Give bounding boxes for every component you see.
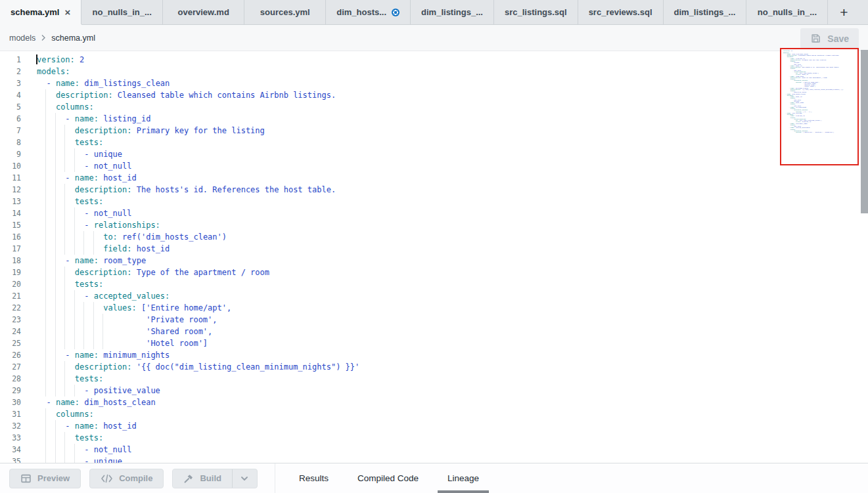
minimap-line: values: ['positive', 'neutral', 'negativ… (783, 131, 859, 133)
save-floppy-icon (810, 33, 821, 44)
code-icon (101, 474, 113, 483)
file-tab-dim-hosts[interactable]: dim_hosts... (326, 0, 411, 24)
line-number: 22 (0, 302, 21, 314)
code-line-text[interactable]: description: Type of the apartment / roo… (37, 267, 868, 278)
yaml-key: description: (56, 91, 113, 100)
code-line-text[interactable]: - not_null (37, 444, 868, 456)
code-line-text[interactable]: 'Private room', (37, 314, 868, 326)
yaml-value: - (37, 114, 75, 123)
code-line-text[interactable]: version: 2 (37, 54, 868, 66)
file-tab-dim-listings[interactable]: dim_listings_... (664, 0, 747, 24)
line-number: 20 (0, 278, 21, 290)
yaml-value (37, 185, 75, 194)
line-number: 24 (0, 326, 21, 337)
yaml-value: 2 (75, 55, 84, 64)
editor-minimap[interactable]: version: 2models: - name: dim_listings_c… (780, 48, 859, 165)
file-tab-schema-yml[interactable]: schema.yml× (0, 0, 81, 24)
file-tab-src-listings-sql[interactable]: src_listings.sql (494, 0, 578, 24)
build-button-label: Build (200, 473, 221, 483)
preview-button[interactable]: Preview (9, 469, 81, 488)
compile-button[interactable]: Compile (89, 469, 164, 488)
code-line-text[interactable]: tests: (37, 432, 868, 444)
code-line-text[interactable]: tests: (37, 373, 868, 385)
code-line-text[interactable]: - name: host_id (37, 172, 868, 184)
file-tab-no-nulls-in[interactable]: no_nulls_in_... (746, 0, 828, 24)
file-tab-overview-md[interactable]: overview.md (163, 0, 244, 24)
code-line-text[interactable]: - name: room_type (37, 255, 868, 267)
code-line-text[interactable]: to: ref('dim_hosts_clean') (37, 231, 868, 243)
code-line-text[interactable]: description: Primary key for the listing (37, 125, 868, 137)
code-line-text[interactable]: - relationships: (37, 219, 868, 231)
code-line-text[interactable]: tests: (37, 196, 868, 207)
code-line-text[interactable]: 'Hotel room'] (37, 337, 868, 349)
unsaved-indicator-icon (392, 9, 400, 16)
code-line-text[interactable]: - not_null (37, 207, 868, 219)
code-line-text[interactable]: tests: (37, 137, 868, 148)
file-tab-dim-listings[interactable]: dim_listings_... (411, 0, 494, 24)
code-line: 5 columns: (0, 101, 868, 113)
close-icon[interactable]: × (64, 7, 70, 17)
new-tab-button[interactable]: + (828, 0, 859, 24)
code-line-text[interactable]: - positive_value (37, 385, 868, 397)
code-line-text[interactable]: description: '{{ doc("dim_listing_clean_… (37, 361, 868, 373)
code-line-text[interactable]: - name: listing_id (37, 113, 868, 125)
build-dropdown-button[interactable] (232, 469, 257, 488)
yaml-value: ref('dim_hosts_clean') (118, 232, 227, 242)
line-number: 12 (0, 184, 21, 196)
file-tab-no-nulls-in[interactable]: no_nulls_in_... (81, 0, 163, 24)
preview-button-label: Preview (37, 473, 70, 483)
yaml-key: columns: (56, 102, 94, 112)
file-tab-label: dim_listings_... (674, 7, 736, 17)
code-line-text[interactable]: columns: (37, 408, 868, 420)
line-number: 18 (0, 255, 21, 267)
line-number: 2 (0, 66, 21, 77)
panel-tab-results[interactable]: Results (289, 463, 338, 493)
yaml-value (37, 91, 56, 100)
yaml-key: description: (75, 185, 132, 194)
code-line-text[interactable]: field: host_id (37, 243, 868, 255)
panel-tab-compiled-code[interactable]: Compiled Code (348, 463, 428, 493)
yaml-value: room_type (99, 256, 146, 265)
code-line-text[interactable]: values: ['Entire home/apt', (37, 302, 868, 314)
code-line-text[interactable]: models: (37, 66, 868, 77)
editor-scrollbar-thumb[interactable] (861, 50, 868, 213)
code-line-text[interactable]: 'Shared room', (37, 326, 868, 337)
code-line-text[interactable]: - accepted_values: (37, 290, 868, 302)
yaml-value: host_id (795, 96, 802, 98)
yaml-value: - not_null (37, 445, 132, 454)
file-tab-label: no_nulls_in_... (93, 7, 152, 17)
code-line-text[interactable]: tests: (37, 278, 868, 290)
yaml-value (37, 433, 75, 442)
yaml-value: - not_null (37, 161, 132, 171)
yaml-key: name: (75, 114, 99, 123)
code-line-text[interactable]: description: Cleansed table which contai… (37, 89, 868, 101)
file-tab-sources-yml[interactable]: sources.yml (244, 0, 326, 24)
code-line: 11 - name: host_id (0, 172, 868, 184)
line-number: 33 (0, 432, 21, 444)
code-line-text[interactable]: - name: dim_hosts_clean (37, 397, 868, 408)
line-number: 28 (0, 373, 21, 385)
code-line: 26 - name: minimum_nights (0, 349, 868, 361)
line-number: 27 (0, 361, 21, 373)
file-tab-src-reviews-sql[interactable]: src_reviews.sql (578, 0, 664, 24)
code-line-text[interactable]: columns: (37, 101, 868, 113)
yaml-value (37, 102, 56, 112)
line-number: 3 (0, 77, 21, 89)
save-button[interactable]: Save (800, 28, 859, 49)
yaml-value: dim_hosts_clean (80, 398, 156, 407)
code-line: 20 tests: (0, 278, 868, 290)
yaml-key: relationships: (94, 221, 160, 230)
code-line-text[interactable]: - unique (37, 456, 868, 463)
build-button[interactable]: Build (173, 469, 232, 488)
code-line: 28 tests: (0, 373, 868, 385)
code-line-text[interactable]: - name: minimum_nights (37, 349, 868, 361)
code-editor[interactable]: 1version: 22models:3 - name: dim_listing… (0, 51, 868, 463)
panel-tab-lineage[interactable]: Lineage (438, 463, 489, 493)
code-line-text[interactable]: - name: dim_listings_clean (37, 77, 868, 89)
code-line-text[interactable]: - name: host_id (37, 420, 868, 432)
code-line-text[interactable]: description: The hosts's id. References … (37, 184, 868, 196)
chevron-right-icon (40, 34, 47, 41)
code-line-text[interactable]: - not_null (37, 160, 868, 172)
code-line-text[interactable]: - unique (37, 148, 868, 160)
line-number: 10 (0, 160, 21, 172)
